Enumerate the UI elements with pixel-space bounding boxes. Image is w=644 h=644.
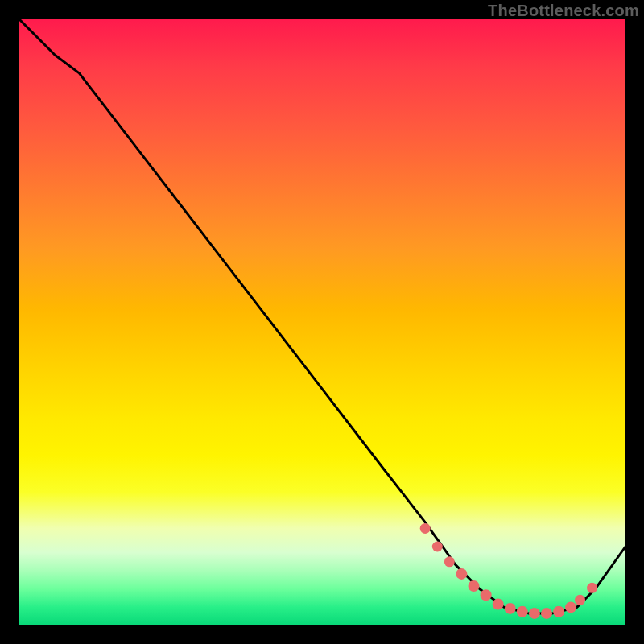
highlight-marker [469, 580, 480, 592]
highlight-marker [587, 583, 597, 593]
highlight-marker [553, 606, 564, 617]
attribution-watermark: TheBottleneck.com [488, 2, 639, 20]
chart-frame [19, 19, 625, 625]
highlight-marker [541, 608, 552, 619]
highlight-marker [444, 556, 455, 567]
highlight-marker [456, 568, 467, 580]
highlight-marker [517, 606, 528, 617]
highlight-marker [493, 599, 504, 610]
highlight-marker [505, 603, 516, 614]
highlight-marker [529, 608, 540, 619]
marker-layer [420, 523, 597, 619]
highlight-marker [565, 601, 576, 613]
bottleneck-curve [19, 19, 625, 613]
chart-svg [19, 19, 625, 625]
highlight-marker [432, 542, 443, 552]
highlight-marker [575, 595, 585, 605]
highlight-marker [420, 523, 431, 534]
curve-layer [19, 19, 625, 613]
highlight-marker [481, 589, 492, 601]
